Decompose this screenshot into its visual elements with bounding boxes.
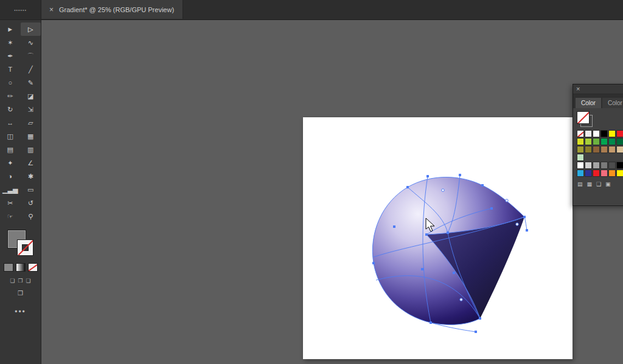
rotate-view-tool[interactable]: ↺ <box>21 196 41 210</box>
swatch[interactable] <box>585 162 592 169</box>
tools-panel: •••••• ►▷✶∿✒⌒T╱○✎✏◪↻⇲↔▱◫▦▤▥✦∠◑✱▁▃▅▭✂↺☞⚲ … <box>0 0 41 364</box>
eyedropper-tool[interactable]: ✦ <box>0 156 21 170</box>
gradient-mesh-artwork[interactable] <box>303 117 573 359</box>
draw-mode-icon-1[interactable]: ❐ <box>18 278 23 284</box>
swatch[interactable] <box>577 170 584 177</box>
swatch[interactable] <box>585 130 592 137</box>
swatch[interactable] <box>585 138 592 145</box>
swatch[interactable] <box>616 162 623 169</box>
edit-toolbar-button[interactable]: ••• <box>0 307 41 316</box>
document-tab[interactable]: × Gradient* @ 25% (RGB/GPU Preview) <box>41 0 183 19</box>
libraries-icon[interactable]: ▤ <box>577 181 583 187</box>
swatch[interactable] <box>608 146 616 153</box>
swatch[interactable] <box>600 170 608 177</box>
artboard[interactable] <box>303 117 573 359</box>
swatch[interactable] <box>585 170 592 177</box>
rotate-tool[interactable]: ↻ <box>0 103 21 116</box>
panel-fill-stroke-proxy[interactable] <box>577 111 593 127</box>
none-slash-icon <box>18 239 33 255</box>
panel-footer: ▤▦❑▣ <box>577 181 623 187</box>
swatch[interactable] <box>600 130 608 137</box>
swatch[interactable] <box>593 146 600 153</box>
swatch[interactable] <box>593 170 600 177</box>
panel-close-icon[interactable]: × <box>576 86 580 92</box>
column-graph-tool[interactable]: ▁▃▅ <box>0 183 21 196</box>
hand-tool[interactable]: ☞ <box>0 210 21 223</box>
new-swatch-icon[interactable]: ▣ <box>605 181 611 187</box>
scale-tool[interactable]: ⇲ <box>21 103 41 116</box>
screen-mode-button[interactable]: ❐ <box>0 290 41 297</box>
ellipse-tool[interactable]: ○ <box>0 76 21 89</box>
swatch[interactable] <box>608 138 616 145</box>
artboard-tool[interactable]: ▭ <box>21 183 41 196</box>
swatch[interactable] <box>600 138 608 145</box>
selection-tool[interactable]: ► <box>0 22 21 36</box>
swatch[interactable] <box>616 170 623 177</box>
swatch[interactable] <box>600 162 608 169</box>
shaper-tool[interactable]: ✏ <box>0 89 21 103</box>
mesh-tool[interactable]: ▤ <box>0 143 21 156</box>
lasso-tool[interactable]: ∿ <box>21 36 41 49</box>
swatch[interactable] <box>608 162 616 169</box>
blend-tool[interactable]: ◑ <box>0 170 21 183</box>
direct-selection-tool[interactable]: ▷ <box>21 22 41 36</box>
swatch[interactable] <box>593 130 600 137</box>
swatch[interactable] <box>577 138 584 145</box>
color-button[interactable] <box>4 263 13 272</box>
swatch-kinds-icon[interactable]: ▦ <box>587 181 593 187</box>
gradient-tool[interactable]: ▥ <box>21 143 41 156</box>
none-button[interactable] <box>28 263 38 272</box>
swatch[interactable] <box>608 130 616 137</box>
perspective-grid-tool[interactable]: ▦ <box>21 129 41 143</box>
panel-fill-proxy-none[interactable] <box>577 111 590 124</box>
swatches-panel: × ColorColor G ▤▦❑▣ <box>573 84 623 206</box>
tab-close-icon[interactable]: × <box>49 6 54 13</box>
pen-tool[interactable]: ✒ <box>0 49 21 63</box>
type-tool[interactable]: T <box>0 63 21 76</box>
draw-mode-buttons: ❏❐❏ <box>0 278 41 284</box>
swatch[interactable] <box>593 138 600 145</box>
swatch[interactable] <box>577 154 584 161</box>
paintbrush-tool[interactable]: ✎ <box>21 76 41 89</box>
line-segment-tool[interactable]: ╱ <box>21 63 41 76</box>
symbol-sprayer-tool[interactable]: ✱ <box>21 170 41 183</box>
swatch[interactable] <box>585 146 592 153</box>
measure-tool[interactable]: ∠ <box>21 156 41 170</box>
swatch[interactable] <box>616 130 623 137</box>
zoom-tool[interactable]: ⚲ <box>21 210 41 223</box>
panel-tabs: ColorColor G <box>573 94 623 108</box>
swatch[interactable] <box>616 138 623 145</box>
panel-header[interactable]: × <box>573 84 623 94</box>
draw-mode-icon-2[interactable]: ❏ <box>26 278 31 284</box>
draw-mode-icon-0[interactable]: ❏ <box>10 278 15 284</box>
shape-builder-tool[interactable]: ◫ <box>0 129 21 143</box>
magic-wand-tool[interactable]: ✶ <box>0 36 21 49</box>
illustrator-window: { "window": { "tab": { "close_glyph": "×… <box>0 0 623 364</box>
fill-stroke-widget[interactable] <box>7 230 35 257</box>
swatch-none[interactable] <box>577 130 584 137</box>
panel-tab-color[interactable]: Color <box>576 98 601 108</box>
curvature-tool[interactable]: ⌒ <box>21 49 41 63</box>
eraser-tool[interactable]: ◪ <box>21 89 41 103</box>
free-transform-tool[interactable]: ▱ <box>21 116 41 129</box>
width-tool[interactable]: ↔ <box>0 116 21 129</box>
swatch[interactable] <box>577 146 584 153</box>
swatch[interactable] <box>600 146 608 153</box>
new-swatch-group-icon[interactable]: ❑ <box>596 181 601 187</box>
panel-tab-color-g[interactable]: Color G <box>602 98 623 108</box>
gradient-button[interactable] <box>16 263 26 272</box>
swatch-grid <box>577 130 623 177</box>
swatch[interactable] <box>593 162 600 169</box>
document-tab-title: Gradient* @ 25% (RGB/GPU Preview) <box>59 6 174 13</box>
toolbar-grip[interactable]: •••••• <box>0 0 41 20</box>
stroke-proxy[interactable] <box>17 239 33 256</box>
slice-tool[interactable]: ✂ <box>0 196 21 210</box>
tool-grid: ►▷✶∿✒⌒T╱○✎✏◪↻⇲↔▱◫▦▤▥✦∠◑✱▁▃▅▭✂↺☞⚲ <box>0 20 41 223</box>
swatch[interactable] <box>616 146 623 153</box>
document-tab-bar: × Gradient* @ 25% (RGB/GPU Preview) <box>0 0 623 20</box>
appearance-buttons <box>0 263 41 272</box>
swatch[interactable] <box>577 162 584 169</box>
swatch[interactable] <box>608 170 616 177</box>
panel-body: ▤▦❑▣ <box>573 108 623 190</box>
